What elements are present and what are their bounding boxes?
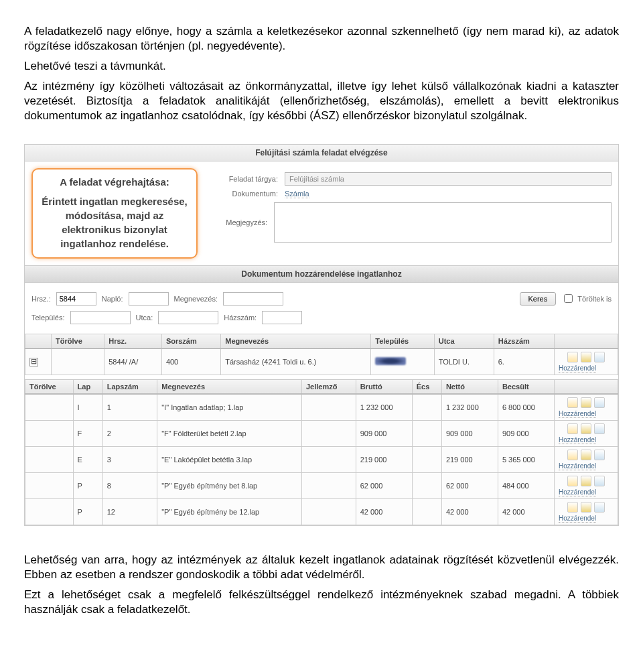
doc-paragraph: Az intézmény így közölheti változásait a… [24,79,619,123]
label-utca: Utca: [136,314,153,322]
view-icon[interactable] [567,450,578,460]
column-header [25,334,52,348]
callout-title: A feladat végrehajtása: [41,176,188,188]
view-icon[interactable] [567,352,578,362]
input-hazszam[interactable] [262,311,302,324]
column-header: Megnevezés [221,334,371,348]
column-header: Nettó [441,379,498,394]
doc-icon[interactable] [594,352,605,362]
column-header: Törölve [25,379,74,394]
task-form: Feladat tárgya: Dokumentum: Számla Megje… [211,168,612,259]
edit-icon[interactable] [581,476,591,486]
doc-paragraph: Ezt a lehetőséget csak a megfelelő felké… [24,588,619,617]
column-header: Utca [434,334,494,348]
label-hazszam: Házszám: [224,314,257,322]
hozzarendel-link[interactable]: Hozzárendel [559,488,596,496]
table-row[interactable]: E3"E" Lakóépület betétla 3.lap219 000219… [25,446,618,472]
input-telepules[interactable] [70,311,131,324]
edit-icon[interactable] [581,502,591,513]
edit-icon[interactable] [581,423,591,434]
sheets-table: TörölveLapLapszámMegnevezésJellemzőBrutt… [25,379,618,525]
label-telepules: Település: [31,314,65,322]
input-utca[interactable] [158,311,218,324]
hozzarendel-link[interactable]: Hozzárendel [559,410,596,418]
label-naplo: Napló: [102,295,123,303]
table-row[interactable]: P12"P" Egyéb építmény be 12.lap42 00042 … [25,498,618,525]
label-dokumentum: Dokumentum: [211,190,278,198]
edit-icon[interactable] [581,352,591,362]
doc-icon[interactable] [594,476,605,486]
edit-icon[interactable] [581,397,591,408]
property-table: TörölveHrsz.SorszámMegnevezésTelepülésUt… [25,334,618,375]
toroltek-checkbox[interactable] [564,294,573,303]
column-header: Törölve [52,334,104,348]
input-feladat-targya[interactable] [285,172,612,186]
toroltek-checkbox-label[interactable]: Töröltek is [561,292,612,305]
doc-paragraph: A feladatkezelő nagy előnye, hogy a szám… [24,24,619,54]
column-header: Megnevezés [157,379,302,394]
label-megnevezes: Megnevezés: [174,295,218,303]
column-header: Lap [73,379,102,394]
keres-button[interactable]: Keres [520,292,557,306]
search-bar: Hrsz.: Napló: Megnevezés: Keres Töröltek… [25,283,618,311]
label-megjegyzes: Megjegyzés: [211,218,267,226]
column-header: Becsült [498,379,554,394]
hozzarendel-link[interactable]: Hozzárendel [559,515,596,523]
view-icon[interactable] [567,476,578,486]
column-header: Bruttó [356,379,412,394]
doc-icon[interactable] [594,450,605,460]
column-header: Település [371,334,435,348]
table-row[interactable]: I1"I" Ingatlan adatlap; 1.lap1 232 0001 … [25,394,618,421]
column-header: Écs [412,379,441,394]
input-naplo[interactable] [129,292,169,306]
table-row[interactable]: F2"F" Földterület betétl 2.lap909 000909… [25,420,618,446]
view-icon[interactable] [567,423,578,434]
hozzarendel-link[interactable]: Hozzárendel [559,436,596,444]
textarea-megjegyzes[interactable] [274,202,612,243]
edit-icon[interactable] [581,450,591,460]
window-title: Felújítási számla feladat elvégzése [25,145,618,161]
input-hrsz[interactable] [56,292,96,306]
doc-icon[interactable] [594,502,605,513]
column-header: Sorszám [161,334,220,348]
column-header [555,334,618,348]
doc-icon[interactable] [594,423,605,434]
label-feladat-targya: Feladat tárgya: [211,175,278,183]
app-window: Felújítási számla feladat elvégzése A fe… [24,144,619,526]
table-row[interactable]: P8"P" Egyéb építmény bet 8.lap62 00062 0… [25,472,618,498]
view-icon[interactable] [567,397,578,408]
link-dokumentum[interactable]: Számla [285,190,309,198]
instruction-callout: A feladat végrehajtása: Érintett ingatla… [31,168,198,259]
hozzarendel-link[interactable]: Hozzárendel [559,462,596,470]
table-row[interactable]: ⊟ 5844/ /A/ 400 Társasház (4241 Toldi u.… [25,348,618,375]
search-bar-row2: Település: Utca: Házszám: [25,311,618,330]
doc-paragraph: Lehetővé teszi a távmunkát. [24,59,619,74]
column-header: Házszám [494,334,554,348]
column-header: Jellemző [301,379,356,394]
column-header: Hrsz. [104,334,162,348]
doc-paragraph: Lehetőség van arra, hogy az intézmények … [24,553,619,582]
section-title: Dokumentum hozzárendelése ingatlanhoz [25,265,618,283]
callout-body: Érintett ingatlan megkeresése, módosítás… [41,194,188,251]
column-header [555,379,618,394]
view-icon[interactable] [567,502,578,513]
redacted-town [375,357,406,365]
input-megnevezes[interactable] [223,292,283,306]
column-header: Lapszám [102,379,157,394]
expand-icon[interactable]: ⊟ [29,358,38,366]
hozzarendel-link[interactable]: Hozzárendel [559,364,596,373]
doc-icon[interactable] [594,397,605,408]
label-hrsz: Hrsz.: [31,295,51,303]
